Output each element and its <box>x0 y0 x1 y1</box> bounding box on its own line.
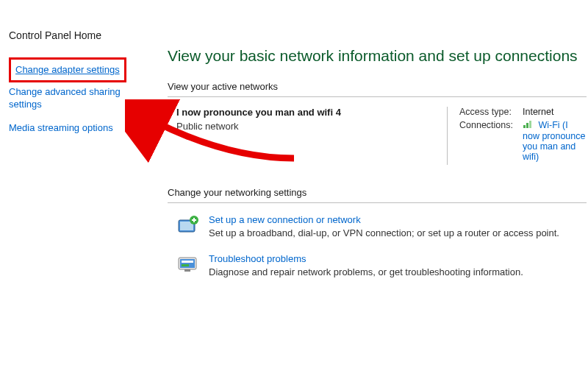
connections-label: Connections: <box>459 120 523 130</box>
svg-rect-5 <box>182 261 193 263</box>
change-advanced-sharing-link[interactable]: Change advanced sharing settings <box>9 85 141 111</box>
network-sharing-center: Control Panel Home Change adapter settin… <box>0 0 588 368</box>
setup-connection-icon <box>176 214 200 238</box>
connections-link[interactable]: Wi-Fi (I now pronounce you man and wifi) <box>523 120 587 162</box>
settings-list: Set up a new connection or network Set u… <box>176 214 587 277</box>
access-type-value: Internet <box>523 107 587 117</box>
settings-section-label: Change your networking settings <box>168 187 312 198</box>
network-type: Public network <box>176 121 447 132</box>
page-title: View your basic network information and … <box>168 29 587 65</box>
active-networks-label: View your active networks <box>168 81 284 92</box>
setup-connection-item: Set up a new connection or network Set u… <box>176 214 587 238</box>
change-adapter-settings-link[interactable]: Change adapter settings <box>9 57 126 82</box>
wifi-signal-icon <box>523 120 533 131</box>
media-streaming-options-link[interactable]: Media streaming options <box>9 121 141 135</box>
troubleshoot-icon <box>176 253 200 277</box>
active-networks-section-header: View your active networks <box>168 81 587 92</box>
svg-rect-7 <box>184 269 190 272</box>
sidebar: Control Panel Home Change adapter settin… <box>0 29 147 368</box>
main-content: View your basic network information and … <box>147 29 588 368</box>
control-panel-home-link[interactable]: Control Panel Home <box>9 29 141 41</box>
svg-rect-6 <box>182 264 189 266</box>
troubleshoot-link[interactable]: Troubleshoot problems <box>209 253 306 264</box>
svg-rect-4 <box>180 259 195 268</box>
network-info: I now pronounce you man and wifi 4 Publi… <box>176 107 447 165</box>
setup-connection-link[interactable]: Set up a new connection or network <box>209 214 361 225</box>
settings-section-header: Change your networking settings <box>168 187 587 198</box>
troubleshoot-desc: Diagnose and repair network problems, or… <box>209 266 587 277</box>
setup-connection-desc: Set up a broadband, dial-up, or VPN conn… <box>209 227 587 238</box>
network-details: Access type: Internet Connections: Wi-Fi… <box>447 107 587 165</box>
access-type-label: Access type: <box>459 107 523 117</box>
troubleshoot-item: Troubleshoot problems Diagnose and repai… <box>176 253 587 277</box>
active-network-row: I now pronounce you man and wifi 4 Publi… <box>176 107 587 165</box>
network-name: I now pronounce you man and wifi 4 <box>176 107 447 118</box>
